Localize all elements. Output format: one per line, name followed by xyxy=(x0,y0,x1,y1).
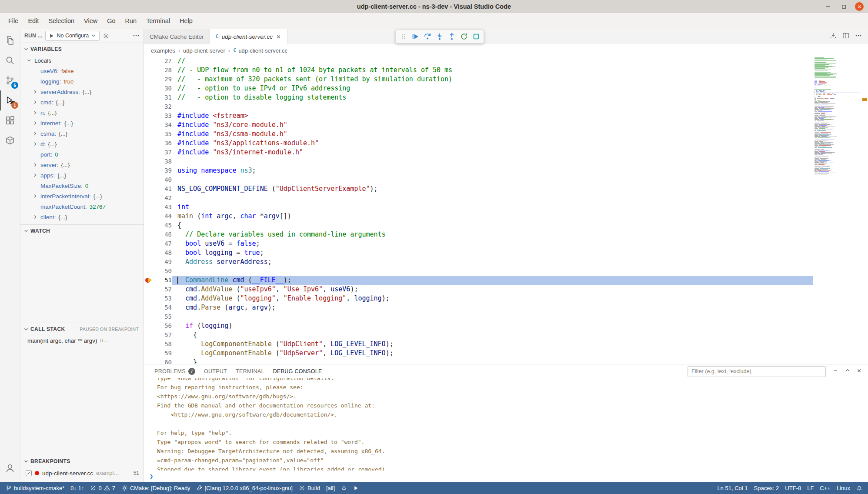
code-line-36[interactable]: 36#include "ns3/applications-module.h" xyxy=(144,139,813,148)
code-line-43[interactable]: 43int xyxy=(144,203,813,212)
status-cmake-build[interactable]: Build xyxy=(296,482,323,494)
variables-pane-header[interactable]: VARIABLES xyxy=(20,43,144,55)
code-line-34[interactable]: 34#include "ns3/core-module.h" xyxy=(144,120,813,130)
split-editor-button[interactable] xyxy=(842,32,849,41)
breakpoint-gutter[interactable] xyxy=(144,358,155,364)
code-line-40[interactable]: 40 xyxy=(144,175,813,184)
drag-handle-button[interactable] xyxy=(397,30,409,43)
code-line-33[interactable]: 33#include <fstream> xyxy=(144,111,813,120)
status-cmake-run[interactable] xyxy=(350,482,362,494)
status-cursor-position[interactable]: Ln 51, Col 1 xyxy=(714,482,751,494)
variable-serverAddress[interactable]: serverAddress:{...} xyxy=(20,87,144,97)
code-line-47[interactable]: 47 bool useV6 = false; xyxy=(144,239,813,248)
maximize-button[interactable] xyxy=(839,2,848,11)
breakpoint-gutter[interactable] xyxy=(144,285,155,294)
menu-terminal[interactable]: Terminal xyxy=(141,15,175,27)
breakpoint-gutter[interactable] xyxy=(144,111,155,120)
activity-item-extensions[interactable] xyxy=(0,110,20,130)
menu-go[interactable]: Go xyxy=(102,15,120,27)
panel-tab-problems[interactable]: PROBLEMS7 xyxy=(150,364,200,378)
breakpoint-gutter[interactable] xyxy=(144,212,155,221)
code-editor[interactable]: 27//28// - UDP flow from n0 to n1 of 102… xyxy=(144,57,868,364)
panel-tab-terminal[interactable]: TERMINAL xyxy=(231,364,269,378)
status-problems[interactable]: 07 xyxy=(87,482,118,494)
status-cmake-target[interactable]: [all] xyxy=(323,482,338,494)
variables-scope-locals[interactable]: Locals xyxy=(20,55,144,66)
variable-MaxPacketSize[interactable]: MaxPacketSize:0 xyxy=(20,180,144,191)
code-line-58[interactable]: 58 LogComponentEnable ("UdpClient", LOG_… xyxy=(144,340,813,349)
activity-item-run-and-debug[interactable]: 1 xyxy=(0,90,20,110)
status-cmake-kit[interactable]: [Clang 12.0.0 x86_64-pc-linux-gnu] xyxy=(194,482,296,494)
minimap[interactable] xyxy=(813,57,861,175)
variable-csma[interactable]: csma:{...} xyxy=(20,128,144,139)
close-tab-icon[interactable] xyxy=(276,34,281,40)
breadcrumb-item[interactable]: examples xyxy=(151,47,175,54)
variable-client[interactable]: client:{...} xyxy=(20,212,144,222)
menu-view[interactable]: View xyxy=(79,15,102,27)
variable-apps[interactable]: apps:{...} xyxy=(20,170,144,180)
breakpoint-gutter[interactable] xyxy=(144,57,155,66)
activity-item-cmake[interactable] xyxy=(0,130,20,150)
breakpoint-gutter[interactable] xyxy=(144,139,155,148)
code-line-38[interactable]: 38 xyxy=(144,157,813,166)
status-os[interactable]: Linux xyxy=(834,482,853,494)
status-git-branch[interactable]: buildsystem-cmake* xyxy=(3,482,67,494)
variable-cmd[interactable]: cmd:{...} xyxy=(20,97,144,107)
breakpoint-gutter[interactable] xyxy=(144,93,155,102)
breakpoint-gutter[interactable] xyxy=(144,120,155,130)
code-line-45[interactable]: 45{ xyxy=(144,221,813,230)
code-line-44[interactable]: 44main (int argc, char *argv[]) xyxy=(144,212,813,221)
breakpoint-gutter[interactable] xyxy=(144,294,155,303)
debug-config-dropdown[interactable]: No Configura xyxy=(45,31,100,41)
breakpoint-gutter[interactable] xyxy=(144,130,155,139)
breakpoint-gutter[interactable] xyxy=(144,221,155,230)
panel-tab-output[interactable]: OUTPUT xyxy=(200,364,231,378)
more-actions-icon[interactable] xyxy=(133,32,140,39)
breakpoints-pane-header[interactable]: BREAKPOINTS xyxy=(20,455,144,467)
panel-tab-debug-console[interactable]: DEBUG CONSOLE xyxy=(269,364,327,378)
code-line-59[interactable]: 59 LogComponentEnable ("UdpServer", LOG_… xyxy=(144,349,813,358)
stop-button[interactable] xyxy=(471,30,482,43)
code-line-35[interactable]: 35#include "ns3/csma-module.h" xyxy=(144,130,813,139)
breakpoint-gutter[interactable] xyxy=(144,267,155,276)
variable-logging[interactable]: logging:true xyxy=(20,76,144,87)
breakpoint-gutter[interactable] xyxy=(144,203,155,212)
breakpoint-gutter[interactable] xyxy=(144,157,155,166)
code-line-41[interactable]: 41NS_LOG_COMPONENT_DEFINE ("UdpClientSer… xyxy=(144,184,813,194)
variable-port[interactable]: port:0 xyxy=(20,149,144,160)
restart-button[interactable] xyxy=(458,30,470,43)
filter-lines-button[interactable] xyxy=(832,367,839,376)
code-line-28[interactable]: 28// - UDP flow from n0 to n1 of 1024 by… xyxy=(144,66,813,75)
code-line-54[interactable]: 54 cmd.Parse (argc, argv); xyxy=(144,303,813,312)
breadcrumb-item[interactable]: udp-client-server xyxy=(183,47,225,54)
code-line-39[interactable]: 39using namespace ns3; xyxy=(144,166,813,175)
step-over-button[interactable] xyxy=(422,30,433,43)
breakpoint-gutter[interactable] xyxy=(144,84,155,93)
step-into-button[interactable] xyxy=(434,30,445,43)
breakpoint-gutter[interactable] xyxy=(144,312,155,321)
code-line-57[interactable]: 57 { xyxy=(144,330,813,340)
variable-n[interactable]: n:{...} xyxy=(20,107,144,118)
activity-item-source-control[interactable]: 6 xyxy=(0,70,20,90)
activity-item-search[interactable] xyxy=(0,50,20,70)
breakpoint-item[interactable]: ✓ udp-client-server.cc exampl… 51 xyxy=(20,467,144,479)
download-button[interactable] xyxy=(830,32,837,41)
menu-selection[interactable]: Selection xyxy=(43,15,79,27)
code-line-32[interactable]: 32 xyxy=(144,102,813,111)
code-line-55[interactable]: 55 xyxy=(144,312,813,321)
status-indentation[interactable]: Spaces: 2 xyxy=(751,482,782,494)
menu-run[interactable]: Run xyxy=(120,15,142,27)
code-line-50[interactable]: 50 xyxy=(144,267,813,276)
code-line-51[interactable]: 51 CommandLine cmd (__FILE__); xyxy=(144,276,813,285)
debug-settings-gear-icon[interactable] xyxy=(103,33,109,39)
continue-button[interactable] xyxy=(410,30,421,43)
breakpoint-gutter[interactable] xyxy=(144,276,155,285)
breakpoint-gutter[interactable] xyxy=(144,303,155,312)
overview-ruler[interactable] xyxy=(861,57,868,364)
variable-interPacketInterval[interactable]: interPacketInterval:{...} xyxy=(20,191,144,201)
breakpoint-gutter[interactable] xyxy=(144,166,155,175)
code-line-29[interactable]: 29// - maximum of 320 packets sent (or l… xyxy=(144,75,813,84)
code-line-37[interactable]: 37#include "ns3/internet-module.h" xyxy=(144,148,813,157)
code-line-31[interactable]: 31// - option to disable logging stateme… xyxy=(144,93,813,102)
stack-frame[interactable]: main(int argc, char ** argv) u… xyxy=(20,335,144,346)
